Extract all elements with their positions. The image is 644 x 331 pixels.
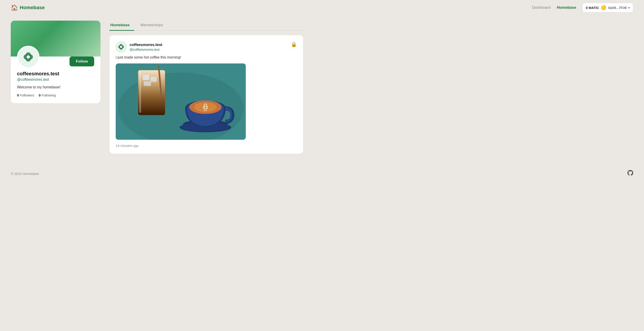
svg-rect-14 bbox=[139, 71, 141, 113]
wallet-avatar-icon: 🟡 bbox=[601, 5, 606, 10]
profile-stats: 0 Followers 0 Following bbox=[17, 93, 94, 97]
post-author-name: coffeesmores.test bbox=[130, 42, 162, 47]
post-time: 19 minutes ago bbox=[116, 144, 297, 148]
post-card: coffeesmores.test @coffeesmores.test 🔒 i… bbox=[110, 35, 303, 154]
footer: © 2022 Homebase bbox=[0, 164, 644, 182]
post-author-info: coffeesmores.test @coffeesmores.test bbox=[130, 42, 162, 51]
tab-memberships[interactable]: Memberships bbox=[140, 21, 168, 31]
post-avatar-icon bbox=[117, 43, 125, 51]
footer-copyright: © 2022 Homebase bbox=[11, 172, 39, 176]
logo-icon: 🏠 bbox=[11, 4, 18, 11]
svg-point-9 bbox=[120, 46, 122, 48]
profile-handle: @coffeesmores.test bbox=[17, 78, 94, 82]
followers-count: 0 bbox=[17, 93, 19, 97]
svg-rect-15 bbox=[142, 75, 149, 80]
wallet-button[interactable]: 0 MATIC 🟡 0xD6...7F39 ▾ bbox=[582, 3, 633, 12]
lock-icon: 🔒 bbox=[291, 42, 297, 47]
post-header: coffeesmores.test @coffeesmores.test 🔒 bbox=[116, 42, 297, 52]
tab-homebase[interactable]: Homebase bbox=[110, 21, 134, 31]
followers-stat: 0 Followers bbox=[17, 93, 34, 97]
profile-banner: Follow bbox=[11, 21, 100, 56]
tabs: Homebase Memberships bbox=[110, 21, 303, 31]
post-author-handle: @coffeesmores.test bbox=[130, 48, 162, 51]
svg-rect-16 bbox=[150, 77, 157, 82]
svg-point-4 bbox=[27, 56, 30, 59]
wallet-matic-label: 0 MATIC bbox=[586, 6, 599, 10]
wallet-address-label: 0xD6...7F39 bbox=[608, 6, 626, 10]
logo-text: Homebase bbox=[20, 5, 44, 10]
navbar: 🏠 Homebase Dashboard Homebase 0 MATIC 🟡 … bbox=[0, 0, 644, 15]
avatar bbox=[17, 46, 40, 68]
following-label: Following bbox=[42, 93, 56, 97]
following-stat: 0 Following bbox=[39, 93, 56, 97]
post-text: i just made some hot coffee this morning… bbox=[116, 56, 297, 60]
coffee-svg bbox=[116, 64, 246, 140]
right-panel: Homebase Memberships bbox=[110, 21, 303, 154]
post-image bbox=[116, 64, 246, 140]
nav-dashboard[interactable]: Dashboard bbox=[532, 6, 550, 10]
svg-rect-17 bbox=[144, 82, 151, 86]
profile-avatar-icon bbox=[22, 51, 34, 63]
profile-card: Follow coffeesmores.test @coffeesmores.t… bbox=[11, 21, 100, 104]
post-author: coffeesmores.test @coffeesmores.test bbox=[116, 42, 162, 52]
github-icon[interactable] bbox=[628, 170, 633, 177]
profile-name: coffeesmores.test bbox=[17, 71, 94, 77]
following-count: 0 bbox=[39, 93, 40, 97]
post-author-avatar bbox=[116, 42, 126, 52]
follow-button[interactable]: Follow bbox=[70, 56, 94, 66]
followers-label: Followers bbox=[20, 93, 34, 97]
wallet-chevron-icon: ▾ bbox=[628, 6, 630, 10]
navbar-right: Dashboard Homebase 0 MATIC 🟡 0xD6...7F39… bbox=[532, 3, 633, 12]
profile-bio: Welcome to my homebase! bbox=[17, 85, 94, 89]
logo[interactable]: 🏠 Homebase bbox=[11, 4, 44, 11]
main-content: Follow coffeesmores.test @coffeesmores.t… bbox=[0, 15, 314, 164]
nav-homebase[interactable]: Homebase bbox=[557, 6, 576, 10]
